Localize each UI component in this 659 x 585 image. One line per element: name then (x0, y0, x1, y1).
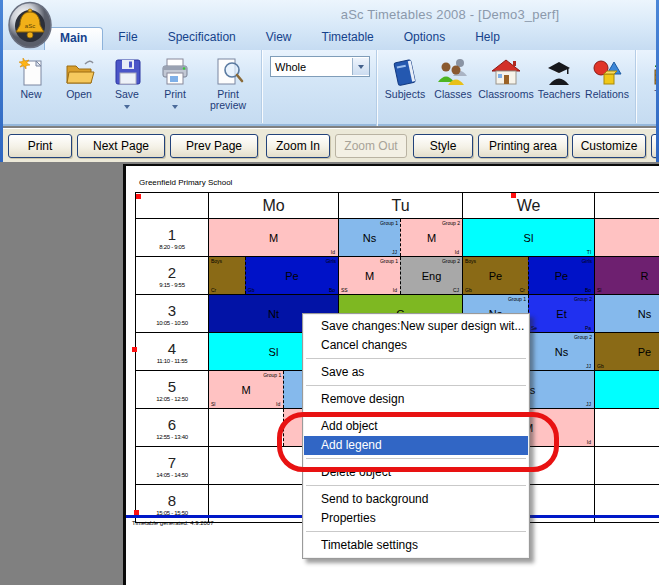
menu-item-timetable-settings[interactable]: Timetable settings (304, 536, 528, 555)
cell-note: Boys (211, 258, 222, 264)
selection-handle[interactable] (132, 347, 137, 352)
menu-item-save-changes[interactable]: Save changes:New super design wit... (304, 317, 528, 336)
print-page-button[interactable]: Print (8, 134, 72, 158)
save-floppy-icon (104, 55, 150, 89)
print-dropdown-arrow-icon[interactable] (172, 105, 178, 109)
subject-label: Sl (524, 232, 534, 244)
menu-item-add-object[interactable]: Add object (304, 417, 528, 436)
cell-note: Id (276, 401, 280, 407)
subject-label: Et (556, 308, 566, 320)
selection-handle[interactable] (136, 194, 141, 199)
lesson-cell[interactable]: MGroup 1SSId (339, 257, 400, 294)
combo-dropdown-arrow-icon[interactable] (352, 58, 369, 75)
lesson-cell[interactable] (595, 447, 659, 484)
header-corner-cell (136, 193, 208, 218)
lesson-cell[interactable] (595, 409, 659, 446)
lesson-cell[interactable]: PeBoysGbCr (463, 257, 528, 294)
lesson-cell[interactable]: PeGirlsGbBo (245, 257, 338, 294)
zoom-out-button: Zoom Out (335, 134, 407, 158)
period-cell: 512:05 - 12:50 (136, 371, 208, 408)
menu-item-delete-object[interactable]: Delete object (304, 463, 528, 482)
day-cell-mo: MId (208, 219, 338, 256)
lesson-cell[interactable]: EngGroup 2CJ (400, 257, 462, 294)
timetable-row: 18:20 - 9:05MIdNsGroup 1JJMGroup 2IdSlTl (136, 218, 659, 256)
cell-note: Gb (465, 287, 472, 293)
menu-item-remove-design[interactable]: Remove design (304, 390, 528, 409)
classes-button[interactable]: Classes (429, 53, 477, 102)
subject-label: Ns (638, 308, 651, 320)
lesson-cell[interactable] (595, 219, 659, 256)
save-dropdown-arrow-icon[interactable] (124, 105, 130, 109)
menu-separator (306, 385, 526, 387)
lesson-cell[interactable]: MId (209, 219, 338, 256)
classrooms-button[interactable]: Classrooms (477, 53, 535, 102)
lesson-cell[interactable] (595, 371, 659, 408)
day-cell-tu: NsGroup 1JJMGroup 2Id (338, 219, 462, 256)
print-preview-button[interactable]: Print preview (199, 53, 257, 113)
lesson-cell[interactable]: NsGrou (595, 295, 659, 332)
lesson-cell[interactable]: EtGroup 2SePa (528, 295, 594, 332)
relations-button[interactable]: Relations (583, 53, 631, 102)
subject-label: M (365, 270, 374, 282)
menu-item-save-as[interactable]: Save as (304, 363, 528, 382)
tab-view[interactable]: View (251, 27, 307, 50)
lesson-cell[interactable]: NsGroup 1JJ (339, 219, 400, 256)
menu-separator (306, 358, 526, 360)
new-button[interactable]: New (7, 53, 55, 102)
tab-help[interactable]: Help (460, 27, 515, 50)
subject-label: Sl (269, 346, 279, 358)
cell-note: Id (455, 249, 459, 255)
lesson-cell[interactable] (209, 409, 283, 446)
customize-button[interactable]: Customize (572, 134, 646, 158)
tab-options[interactable]: Options (389, 27, 460, 50)
tab-timetable[interactable]: Timetable (307, 27, 389, 50)
ribbon-group-view: Whole (262, 50, 377, 126)
lesson-cell[interactable]: NsGroup 2JJ (528, 333, 594, 370)
period-cell: 18:20 - 9:05 (136, 219, 208, 256)
prev-page-button[interactable]: Prev Page (170, 134, 258, 158)
menu-item-cancel-changes[interactable]: Cancel changes (304, 336, 528, 355)
day-header-mo: Mo (208, 193, 338, 218)
lesson-cell[interactable]: BoysCr (209, 257, 245, 294)
selection-handle[interactable] (511, 193, 516, 198)
lesson-cell[interactable]: PeBoGb (595, 333, 659, 370)
view-mode-select[interactable]: Whole (270, 56, 370, 77)
day-cell-c4 (594, 447, 659, 484)
period-time: 9:15 - 9:55 (159, 282, 184, 288)
teachers-button[interactable]: Teachers (535, 53, 583, 102)
ribbon-group-file: New Open Save Print (3, 50, 262, 123)
lesson-cell[interactable]: SlTl (463, 219, 594, 256)
subjects-button[interactable]: Subjects (381, 53, 429, 102)
app-logo-bell-icon[interactable]: aSc (7, 1, 54, 49)
open-button-label: Open (66, 88, 92, 100)
subject-label: Pe (555, 270, 568, 282)
lesson-cell[interactable]: PeGirlsBo (528, 257, 594, 294)
print-button[interactable]: Print (151, 53, 199, 113)
tab-specification[interactable]: Specification (153, 27, 251, 50)
tab-file[interactable]: File (103, 27, 152, 50)
next-page-button[interactable]: Next Page (77, 134, 165, 158)
lesson-cell[interactable]: MGroup 1SlId (209, 371, 283, 408)
zoom-in-button[interactable]: Zoom In (266, 134, 330, 158)
day-cell-c4: NsGrou (594, 295, 659, 332)
day-cell-c4: RGrouSl (594, 257, 659, 294)
period-number: 4 (168, 340, 176, 357)
cell-note: Sl (211, 401, 215, 407)
printing-area-button[interactable]: Printing area (478, 134, 568, 158)
period-number: 6 (168, 416, 176, 433)
open-button[interactable]: Open (55, 53, 103, 102)
subject-label: M (269, 232, 278, 244)
menu-separator (306, 485, 526, 487)
menu-item-properties[interactable]: Properties (304, 509, 528, 528)
subject-label: Ns (363, 232, 376, 244)
lesson-cell[interactable]: MGroup 2Id (400, 219, 462, 256)
save-button[interactable]: Save (103, 53, 151, 113)
period-cell: 612:55 - 13:40 (136, 409, 208, 446)
lesson-cell[interactable]: RGrouSl (595, 257, 659, 294)
selection-handle[interactable] (134, 510, 139, 515)
period-cell: 411:10 - 11:55 (136, 333, 208, 370)
style-button[interactable]: Style (413, 134, 473, 158)
relations-shapes-icon (584, 55, 630, 89)
menu-item-send-to-background[interactable]: Send to background (304, 490, 528, 509)
menu-item-add-legend[interactable]: Add legend (304, 436, 528, 455)
